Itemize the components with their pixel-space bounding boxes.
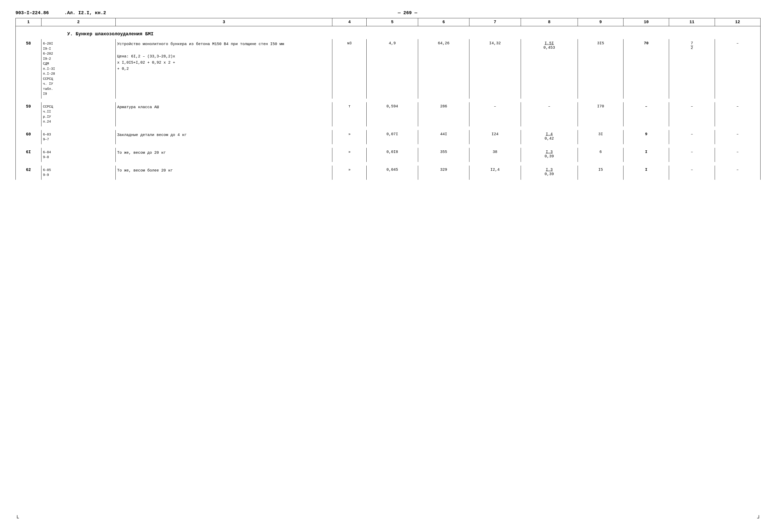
row-col5: 0,594 [367,102,418,126]
row-desc: Закладные детали весом до 4 кг [116,130,332,144]
row-col8: – [521,102,578,126]
row-col7: I4,32 [469,39,521,98]
row-col11: – [669,102,715,126]
row-col10: I [623,148,669,162]
row-col8: I,5I0,453 [521,39,578,98]
row-col12: – [715,130,760,144]
row-col9: I70 [578,102,623,126]
header-left: 903–I–224.86 [15,10,49,15]
row-unit: » [332,166,367,180]
row-col7: – [469,102,521,126]
row-col9: 3I [578,130,623,144]
row-spacer [16,98,761,102]
row-number: 58 [16,39,41,98]
row-col11: – [669,148,715,162]
row-col6: 355 [418,148,469,162]
section-title: У. Бункер шлакозолоудаления БМI [16,26,761,39]
row-col8: I,30,39 [521,148,578,162]
row-col11: – [669,166,715,180]
row-number: 59 [16,102,41,126]
row-spacer [16,162,761,166]
row-unit: т [332,102,367,126]
row-col12: – [715,166,760,180]
row-ref: 6–84 9–8 [41,148,116,162]
row-col6: 329 [418,166,469,180]
page: 903–I–224.86 .Ал. I2.I, кн.2 — 269 — 1 2… [0,0,776,532]
row-unit: м3 [332,39,367,98]
col-header-8: 8 [521,18,578,26]
row-desc: То же, весом более 20 кг [116,166,332,180]
column-header-row: 1 2 3 4 5 6 7 8 9 10 11 12 [16,18,761,26]
header-subtitle: .Ал. I2.I, кн.2 [64,10,106,15]
col-header-2: 2 [41,18,116,26]
row-ref: ССРСЦ ч.II р.IУ п.24 [41,102,116,126]
col-header-9: 9 [578,18,623,26]
row-col7: I2,4 [469,166,521,180]
row-col12: – [715,148,760,162]
row-col9: 6 [578,148,623,162]
row-ref: 6–85 9–9 [41,166,116,180]
row-number: 6I [16,148,41,162]
row-number: 62 [16,166,41,180]
row-ref: 6–20I I9–I 6–202 I9–2 СДМ п.I–3I п.I–28 … [41,39,116,98]
row-col10: 70 [623,39,669,98]
table-row: 6I 6–84 9–8 То же, весом до 20 кг » 0,0I… [16,148,761,162]
col-header-12: 12 [715,18,760,26]
table-row: 58 6–20I I9–I 6–202 I9–2 СДМ п.I–3I п.I–… [16,39,761,98]
row-number: 60 [16,130,41,144]
row-col10: 9 [623,130,669,144]
row-col6: 286 [418,102,469,126]
row-desc: То же, весом до 20 кг [116,148,332,162]
col-header-1: 1 [16,18,41,26]
header-center: — 269 — [117,10,699,15]
table-row: 59 ССРСЦ ч.II р.IУ п.24 Арматура класса … [16,102,761,126]
row-col11: – [669,130,715,144]
row-col12: – [715,39,760,98]
row-ref: 6–83 9–7 [41,130,116,144]
row-col10: – [623,102,669,126]
section-title-row: У. Бункер шлакозолоудаления БМI [16,26,761,39]
row-col7: 38 [469,148,521,162]
row-col9: I5 [578,166,623,180]
row-col5: 0,045 [367,166,418,180]
col-header-3: 3 [116,18,332,26]
row-spacer [16,126,761,130]
row-desc: Устройство монолитного бункера из бетона… [116,39,332,98]
row-col5: 0,07I [367,130,418,144]
row-col9: 3I5 [578,39,623,98]
col-header-4: 4 [332,18,367,26]
row-col10: I [623,166,669,180]
col-header-7: 7 [469,18,521,26]
row-unit: » [332,148,367,162]
row-col8: I,30,39 [521,166,578,180]
col-header-11: 11 [669,18,715,26]
table-row: 60 6–83 9–7 Закладные детали весом до 4 … [16,130,761,144]
bottom-right-corner: ┘ [757,515,761,522]
bottom-left-corner: └ [15,515,19,522]
row-col11: 72 [669,39,715,98]
col-header-5: 5 [367,18,418,26]
row-col8: I,40,42 [521,130,578,144]
row-spacer [16,144,761,148]
row-desc: Арматура класса АШ [116,102,332,126]
main-table: 1 2 3 4 5 6 7 8 9 10 11 12 У. Бункер шла… [15,18,761,180]
row-col12: – [715,102,760,126]
col-header-6: 6 [418,18,469,26]
row-col7: I24 [469,130,521,144]
header: 903–I–224.86 .Ал. I2.I, кн.2 — 269 — [15,10,761,15]
row-unit: » [332,130,367,144]
row-col6: 44I [418,130,469,144]
col-header-10: 10 [623,18,669,26]
row-col6: 64,26 [418,39,469,98]
row-col5: 0,0I8 [367,148,418,162]
row-col5: 4,9 [367,39,418,98]
table-row: 62 6–85 9–9 То же, весом более 20 кг » 0… [16,166,761,180]
